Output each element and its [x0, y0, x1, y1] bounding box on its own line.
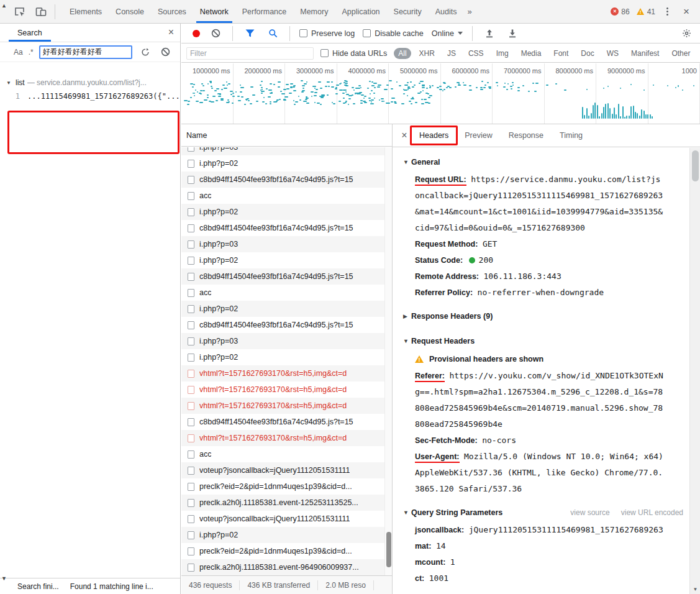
warning-count-badge[interactable]: 41 — [637, 7, 655, 16]
request-row[interactable]: c8bd94ff14504fee93fbf16a74c94d95.js?t=15 — [181, 317, 384, 333]
requests-scrollbar[interactable] — [384, 147, 392, 575]
filter-img[interactable]: Img — [492, 48, 513, 59]
devtools-tab-audits[interactable]: Audits — [429, 0, 464, 23]
filter-manifest[interactable]: Manifest — [627, 48, 663, 59]
request-row[interactable]: i.php?p=02 — [181, 155, 384, 171]
scrollbar-thumb[interactable] — [692, 150, 699, 181]
devtools-tab-network[interactable]: Network — [193, 0, 235, 23]
filter-css[interactable]: CSS — [464, 48, 488, 59]
request-row[interactable]: voteup?jsoncallback=jQuery1112051531111 — [181, 462, 384, 478]
name-column-header[interactable]: Name — [181, 124, 392, 147]
search-result-line[interactable]: 1 ...11115469981_1571627689263({"... — [0, 89, 180, 103]
request-row[interactable]: preclk?eid=2&pid=1dnm4uqes1p39&cid=d... — [181, 543, 384, 559]
request-row[interactable]: vhtml?t=1571627693170&rst=h5,img&ct=d — [181, 398, 384, 414]
devtools-tab-performance[interactable]: Performance — [235, 0, 294, 23]
search-tab[interactable]: Search — [9, 24, 51, 42]
header-key: Request URL: — [415, 175, 466, 186]
details-scrollbar[interactable]: ▼ — [689, 148, 700, 594]
request-row[interactable]: i.php?p=03 — [181, 333, 384, 349]
general-section-header[interactable]: ▼ General — [393, 153, 689, 171]
request-row[interactable]: acc — [181, 188, 384, 204]
request-row[interactable]: i.php?p=03 — [181, 236, 384, 252]
request-row[interactable]: vhtml?t=1571627693170&rst=h5,img&ct=d — [181, 382, 384, 398]
network-settings-button[interactable] — [679, 26, 694, 41]
request-row[interactable]: preclk.a2h0j.11185381.event-964906009937… — [181, 559, 384, 575]
request-row[interactable]: vhtml?t=1571627693170&rst=h5,img&ct=d — [181, 365, 384, 382]
devtools-tab-console[interactable]: Console — [109, 0, 151, 23]
request-row[interactable]: preclk.a2h0j.11185381.event-125253113525… — [181, 495, 384, 511]
disable-cache-checkbox[interactable]: Disable cache — [363, 29, 424, 38]
details-tab-preview[interactable]: Preview — [457, 124, 500, 147]
request-row[interactable]: i.php?p=02 — [181, 527, 384, 543]
network-overview-timeline[interactable]: 1000000 ms2000000 ms3000000 ms4000000 ms… — [181, 63, 700, 124]
details-tab-headers[interactable]: Headers — [411, 124, 457, 147]
request-row[interactable]: c8bd94ff14504fee93fbf16a74c94d95.js?t=15 — [181, 414, 384, 430]
match-case-button[interactable]: Aa — [14, 48, 23, 57]
filter-xhr[interactable]: XHR — [415, 48, 439, 59]
filter-doc[interactable]: Doc — [576, 48, 598, 59]
view-url-encoded-link[interactable]: view URL encoded — [621, 508, 683, 517]
inspect-element-button[interactable] — [12, 4, 27, 19]
request-type-filters: AllXHRJSCSSImgMediaFontDocWSManifestOthe… — [394, 48, 694, 59]
request-row[interactable]: preclk?eid=2&pid=1dnm4uqes1p39&cid=d... — [181, 478, 384, 495]
filter-other[interactable]: Other — [667, 48, 694, 59]
search-result-group[interactable]: ▼ list — service.danmu.youku.com/list?j.… — [0, 62, 180, 89]
more-tabs-button[interactable]: » — [463, 7, 475, 16]
filter-js[interactable]: JS — [443, 48, 460, 59]
filter-input[interactable] — [186, 47, 314, 60]
devtools-tab-sources[interactable]: Sources — [151, 0, 193, 23]
response-headers-section-header[interactable]: ▶ Response Headers (9) — [393, 307, 689, 326]
request-row[interactable]: i.php?p=02 — [181, 301, 384, 317]
request-row[interactable]: c8bd94ff14504fee93fbf16a74c94d95.js?t=15 — [181, 171, 384, 188]
query-params-section-header[interactable]: ▼ Query String Parameters view source vi… — [393, 503, 689, 522]
request-row[interactable]: acc — [181, 446, 384, 462]
filter-toggle-button[interactable] — [242, 26, 257, 41]
file-icon — [188, 273, 194, 281]
request-row[interactable]: voteup?jsoncallback=jQuery1112051531111 — [181, 511, 384, 527]
request-row[interactable]: i.php?p=02 — [181, 349, 384, 365]
devtools-tab-memory[interactable]: Memory — [293, 0, 335, 23]
details-tab-response[interactable]: Response — [501, 124, 552, 147]
filter-all[interactable]: All — [394, 48, 411, 59]
request-row[interactable]: i.php?p=02 — [181, 204, 384, 220]
devtools-tab-security[interactable]: Security — [387, 0, 429, 23]
search-input[interactable] — [39, 45, 132, 59]
warning-count: 41 — [647, 7, 655, 16]
hide-data-urls-checkbox[interactable]: Hide data URLs — [320, 49, 387, 58]
filter-ws[interactable]: WS — [602, 48, 623, 59]
view-source-link[interactable]: view source — [570, 508, 609, 517]
error-count-badge[interactable]: × 86 — [611, 7, 629, 16]
close-search-button[interactable]: × — [168, 27, 174, 37]
request-row[interactable]: i.php?p=02 — [181, 252, 384, 268]
search-network-button[interactable] — [265, 26, 280, 41]
filter-font[interactable]: Font — [549, 48, 573, 59]
request-row[interactable]: c8bd94ff14504fee93fbf16a74c94d95.js?t=15 — [181, 220, 384, 236]
refresh-search-button[interactable] — [138, 45, 153, 60]
regex-button[interactable]: .* — [29, 48, 34, 57]
request-headers-section-header[interactable]: ▼ Request Headers — [393, 332, 689, 350]
details-tab-timing[interactable]: Timing — [552, 124, 591, 147]
close-devtools-button[interactable]: × — [679, 4, 694, 19]
clear-network-log-button[interactable] — [208, 26, 223, 41]
device-toolbar-button[interactable] — [34, 4, 48, 19]
preserve-log-checkbox[interactable]: Preserve log — [299, 29, 355, 38]
throttling-select[interactable]: Online — [432, 29, 463, 38]
filter-media[interactable]: Media — [517, 48, 546, 59]
devtools-tab-application[interactable]: Application — [335, 0, 386, 23]
request-row[interactable]: c8bd94ff14504fee93fbf16a74c94d95.js?t=15 — [181, 268, 384, 285]
clear-search-button[interactable] — [158, 45, 173, 60]
request-name: i.php?p=02 — [199, 353, 238, 362]
devtools-tab-elements[interactable]: Elements — [63, 0, 109, 23]
file-icon — [188, 305, 194, 313]
export-har-button[interactable] — [505, 26, 520, 41]
record-button[interactable] — [193, 30, 200, 37]
request-row[interactable]: vhtml?t=1571627693170&rst=h5,img&ct=d — [181, 430, 384, 446]
close-details-button[interactable]: × — [398, 130, 411, 140]
devtools-menu-button[interactable] — [662, 4, 672, 19]
import-har-button[interactable] — [482, 26, 497, 41]
request-row[interactable]: i.php?p=03 — [181, 147, 384, 155]
scroll-down-icon[interactable]: ▼ — [690, 587, 700, 592]
query-params-links: view source view URL encoded — [570, 508, 683, 517]
scrollbar-thumb[interactable] — [386, 532, 391, 567]
request-row[interactable]: acc — [181, 285, 384, 301]
